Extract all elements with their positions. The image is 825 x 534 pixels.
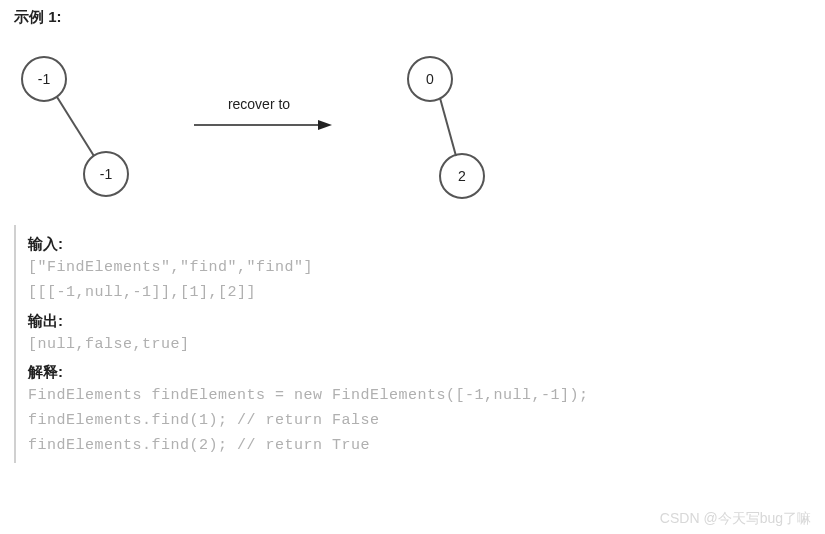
- input-label: 输入:: [28, 235, 811, 254]
- right-edge: [440, 98, 456, 156]
- example-block: 输入: ["FindElements","find","find"] [[[-1…: [14, 225, 811, 463]
- diagram-svg: -1 -1 recover to 0 2: [14, 41, 614, 221]
- example-heading: 示例 1:: [14, 8, 811, 27]
- arrow-head: [318, 120, 332, 130]
- left-edge: [57, 97, 94, 156]
- right-root-value: 0: [426, 71, 434, 87]
- left-root-value: -1: [38, 71, 51, 87]
- arrow-label: recover to: [228, 96, 290, 112]
- explain-line-3: findElements.find(2); // return True: [28, 434, 811, 459]
- input-line-1: ["FindElements","find","find"]: [28, 256, 811, 281]
- explain-label: 解释:: [28, 363, 811, 382]
- left-child-value: -1: [100, 166, 113, 182]
- output-line-1: [null,false,true]: [28, 333, 811, 358]
- input-line-2: [[[-1,null,-1]],[1],[2]]: [28, 281, 811, 306]
- right-child-value: 2: [458, 168, 466, 184]
- tree-diagram: -1 -1 recover to 0 2: [14, 41, 811, 221]
- output-label: 输出:: [28, 312, 811, 331]
- explain-line-1: FindElements findElements = new FindElem…: [28, 384, 811, 409]
- explain-line-2: findElements.find(1); // return False: [28, 409, 811, 434]
- watermark: CSDN @今天写bug了嘛: [660, 510, 811, 528]
